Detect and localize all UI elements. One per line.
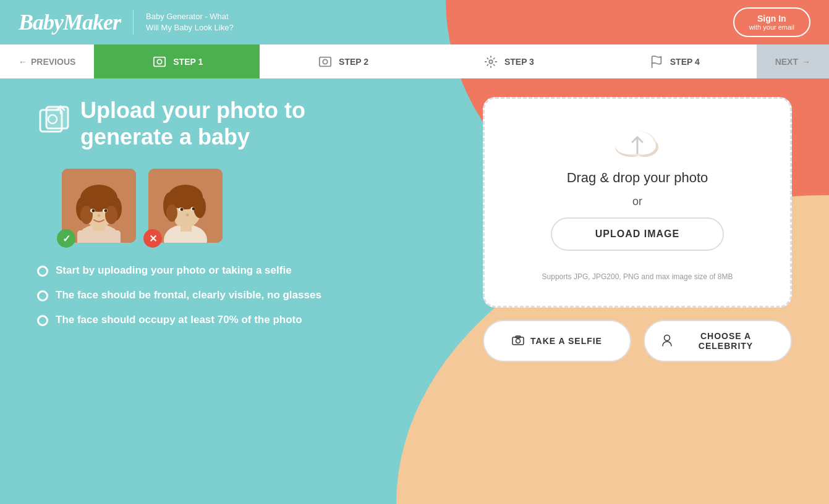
- svg-rect-24: [77, 230, 121, 243]
- or-text: or: [632, 195, 642, 208]
- step-4-tab[interactable]: STEP 4: [591, 44, 757, 78]
- svg-rect-0: [154, 57, 165, 66]
- upload-card[interactable]: Drag & drop your photo or UPLOAD IMAGE S…: [483, 97, 792, 308]
- good-photo-example: ✓: [62, 169, 136, 243]
- svg-point-52: [665, 335, 670, 340]
- title-text: Upload your photo to generate a baby: [80, 97, 305, 150]
- bullet-3: [37, 315, 48, 326]
- logo-subtitle: Baby Generator - What Will My Baby Look …: [146, 11, 234, 33]
- logo: BabyMaker: [19, 9, 121, 35]
- camera-icon: [512, 335, 524, 347]
- svg-point-18: [105, 206, 117, 224]
- svg-point-41: [186, 214, 189, 216]
- good-badge: ✓: [57, 229, 75, 248]
- step-3-tab[interactable]: STEP 3: [425, 44, 591, 78]
- instruction-item-3: The face should occupy at least 70% of t…: [37, 314, 458, 326]
- bullet-1: [37, 266, 48, 277]
- svg-rect-2: [320, 57, 331, 66]
- arrow-left-icon: ←: [19, 57, 27, 67]
- upload-image-button[interactable]: UPLOAD IMAGE: [551, 217, 724, 251]
- upload-photo-icon: [37, 104, 71, 143]
- main-content: Upload your photo to generate a baby: [0, 78, 829, 504]
- photo-examples: ✓: [37, 169, 458, 243]
- svg-point-50: [516, 338, 521, 343]
- svg-point-4: [489, 60, 493, 64]
- steps-nav: ← PREVIOUS STEP 1 STEP 2 STEP 3: [0, 44, 829, 78]
- take-selfie-button[interactable]: TAKE A SELFIE: [483, 320, 631, 362]
- person-icon: [662, 334, 672, 348]
- svg-rect-38: [177, 217, 181, 226]
- instructions-list: Start by uploading your photo or taking …: [37, 264, 458, 326]
- photo-icon-1: [151, 53, 168, 70]
- svg-point-31: [193, 196, 206, 218]
- svg-rect-39: [181, 216, 184, 226]
- svg-point-36: [192, 208, 195, 211]
- header: BabyMaker Baby Generator - What Will My …: [0, 0, 829, 44]
- bottom-buttons: TAKE A SELFIE CHOOSE A CELEBRITY: [483, 320, 792, 362]
- gear-icon: [482, 53, 500, 70]
- svg-point-17: [80, 206, 93, 224]
- supports-text: Supports JPG, JPG200, PNG and max image …: [542, 272, 733, 281]
- svg-point-1: [158, 59, 162, 64]
- sign-in-button[interactable]: Sign In with your email: [733, 7, 810, 37]
- drag-drop-text: Drag & drop your photo: [567, 170, 708, 186]
- instruction-item-2: The face should be frontal, clearly visi…: [37, 289, 458, 301]
- next-button[interactable]: NEXT →: [757, 44, 829, 78]
- photo-icon-2: [317, 53, 334, 70]
- step-1-tab[interactable]: STEP 1: [94, 44, 260, 78]
- step-2-tab[interactable]: STEP 2: [260, 44, 425, 78]
- instruction-item-1: Start by uploading your photo or taking …: [37, 264, 458, 277]
- svg-point-22: [104, 209, 108, 212]
- bad-badge: ✕: [143, 229, 162, 248]
- logo-divider: [133, 10, 134, 35]
- left-panel: Upload your photo to generate a baby: [37, 97, 458, 490]
- svg-rect-40: [185, 216, 188, 226]
- arrow-right-icon: →: [802, 57, 810, 67]
- svg-point-23: [98, 214, 101, 217]
- svg-point-35: [181, 208, 184, 211]
- cloud-upload-icon: [613, 124, 662, 161]
- svg-point-21: [92, 209, 95, 212]
- right-panel: Drag & drop your photo or UPLOAD IMAGE S…: [483, 97, 792, 490]
- svg-point-47: [619, 131, 653, 153]
- svg-point-3: [323, 59, 327, 64]
- flag-icon: [648, 53, 665, 70]
- page-title: Upload your photo to generate a baby: [37, 97, 458, 150]
- choose-celebrity-button[interactable]: CHOOSE A CELEBRITY: [644, 320, 792, 362]
- bad-photo-example: ✕: [148, 169, 223, 243]
- bullet-2: [37, 290, 48, 301]
- previous-button[interactable]: ← PREVIOUS: [0, 44, 94, 78]
